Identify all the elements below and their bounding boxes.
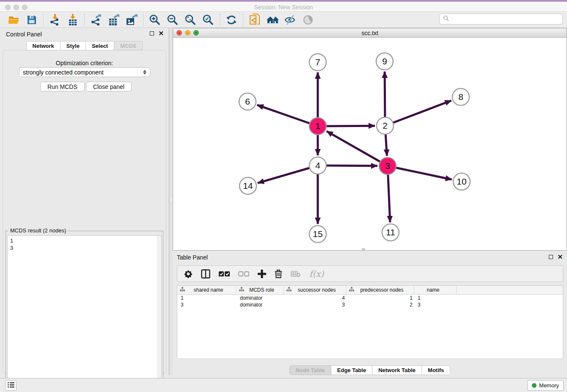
graph-edge-3-1[interactable]: [327, 131, 388, 166]
graph-node-3[interactable]: 3: [379, 157, 396, 174]
close-panel-icon[interactable]: ✕: [158, 31, 164, 36]
clone-network-icon[interactable]: [248, 13, 262, 27]
graph-node-label: 6: [245, 97, 250, 106]
graph-node-label: 2: [383, 121, 388, 130]
graph-node-10[interactable]: 10: [453, 173, 470, 190]
add-column-plus-icon[interactable]: [258, 270, 266, 278]
table-cell[interactable]: dominator: [237, 295, 284, 301]
column-header-predecessor-nodes[interactable]: predecessor nodes: [347, 286, 414, 294]
export-network-icon[interactable]: [89, 13, 103, 27]
scrollbar[interactable]: [157, 236, 161, 389]
table-cell[interactable]: 4: [284, 295, 347, 301]
save-session-icon[interactable]: [25, 13, 39, 27]
graph-edge-3-10[interactable]: [388, 166, 452, 179]
home-icon[interactable]: [265, 13, 280, 27]
graph-node-label: 8: [458, 92, 463, 102]
search-field[interactable]: [439, 14, 563, 25]
list-icon: [8, 382, 14, 389]
export-image-icon[interactable]: [124, 13, 139, 27]
apply-layout-icon[interactable]: [224, 13, 239, 27]
close-panel-button[interactable]: Close panel: [86, 82, 132, 91]
graph-node-9[interactable]: 9: [376, 53, 393, 70]
table-settings-gear-icon[interactable]: [184, 270, 193, 278]
graph-edge-4-14[interactable]: [258, 166, 318, 183]
graph-node-11[interactable]: 11: [382, 224, 399, 241]
task-history-button[interactable]: [5, 380, 17, 391]
table-cell[interactable]: 3: [177, 301, 237, 308]
tab-network[interactable]: Network: [26, 41, 61, 50]
tab-select[interactable]: Select: [86, 41, 114, 50]
delete-column-trash-icon[interactable]: [275, 269, 282, 278]
column-header-label: shared name: [185, 287, 236, 293]
column-header-label: MCDS role: [244, 287, 284, 293]
table-cell[interactable]: 1: [177, 295, 237, 301]
graph-node-6[interactable]: 6: [239, 93, 256, 110]
vertical-splitter[interactable]: [169, 28, 173, 375]
zoom-fit-icon[interactable]: [183, 13, 198, 27]
memory-label: Memory: [539, 382, 559, 389]
graph-edge-1-6[interactable]: [257, 105, 318, 126]
table-panel-title: Table Panel: [177, 254, 208, 261]
memory-button[interactable]: Memory: [527, 380, 564, 391]
deselect-all-checkboxes-icon[interactable]: [238, 271, 249, 277]
search-icon: [443, 15, 449, 23]
hide-selected-eye-icon[interactable]: [283, 13, 297, 27]
table-cell[interactable]: 1: [414, 295, 457, 301]
table-row[interactable]: 3dominator323: [177, 301, 563, 308]
split-columns-icon[interactable]: [201, 269, 210, 279]
column-header-shared-name[interactable]: shared name: [177, 286, 237, 294]
graph-node-2[interactable]: 2: [377, 117, 394, 134]
network-graph[interactable]: 7968124314101511: [173, 38, 567, 250]
open-session-icon[interactable]: [7, 13, 21, 27]
column-header-name[interactable]: name: [414, 286, 457, 294]
zoom-out-icon[interactable]: [165, 13, 180, 27]
splitter-handle[interactable]: [170, 196, 172, 203]
column-header-MCDS-role[interactable]: MCDS role: [237, 286, 284, 294]
close-table-panel-icon[interactable]: ✕: [557, 255, 563, 259]
graph-node-1[interactable]: 1: [309, 118, 326, 135]
search-input[interactable]: [451, 16, 559, 22]
import-network-icon[interactable]: [48, 13, 62, 27]
table-panel: Table Panel ✕ f(x) shared nameMCDS roles…: [173, 252, 567, 376]
table-cell[interactable]: 1: [347, 295, 414, 301]
control-panel-title: Control Panel: [6, 31, 42, 38]
float-table-panel-icon[interactable]: [549, 255, 553, 259]
float-panel-icon[interactable]: [150, 31, 154, 36]
table-cell[interactable]: 3: [284, 301, 347, 308]
status-bar: Memory: [0, 378, 567, 392]
tab-network-table[interactable]: Network Table: [372, 365, 422, 375]
delete-table-icon: [291, 271, 301, 277]
graph-node-label: 1: [315, 121, 320, 131]
tab-node-table[interactable]: Node Table: [289, 365, 331, 375]
network-window-titlebar: x − + scc.txt: [173, 28, 567, 38]
graph-node-15[interactable]: 15: [309, 226, 326, 243]
table-row[interactable]: 1dominator411: [177, 295, 563, 301]
tab-motifs[interactable]: Motifs: [422, 365, 450, 375]
mcds-result-text: 1 3: [10, 237, 13, 251]
memory-status-dot: [532, 383, 537, 388]
select-all-checkboxes-icon[interactable]: [219, 271, 230, 277]
horizontal-splitter-handle[interactable]: [362, 248, 365, 250]
table-toolbar: f(x): [177, 265, 563, 282]
graph-node-8[interactable]: 8: [452, 88, 469, 105]
graph-node-7[interactable]: 7: [309, 54, 326, 71]
optimization-criterion-label: Optimization criterion:: [3, 60, 166, 66]
graph-node-label: 4: [315, 160, 320, 170]
table-cell[interactable]: 2: [347, 301, 414, 308]
graph-node-14[interactable]: 14: [239, 177, 256, 194]
zoom-selected-icon[interactable]: [201, 13, 215, 27]
table-cell[interactable]: dominator: [237, 301, 284, 308]
run-mcds-button[interactable]: Run MCDS: [40, 82, 85, 91]
tab-mcds[interactable]: MCDS: [114, 41, 143, 50]
tab-edge-table[interactable]: Edge Table: [331, 365, 372, 375]
export-table-icon[interactable]: [107, 13, 121, 27]
import-table-icon[interactable]: [66, 13, 80, 27]
graph-node-4[interactable]: 4: [309, 157, 326, 174]
graph-edge-2-8[interactable]: [385, 101, 451, 126]
zoom-in-icon[interactable]: [148, 13, 162, 27]
table-cell[interactable]: 3: [414, 301, 457, 308]
column-header-successor-nodes[interactable]: successor nodes: [284, 286, 347, 294]
mcds-result-textarea[interactable]: 1 3: [7, 235, 162, 389]
criterion-dropdown[interactable]: strongly connected component: [19, 67, 150, 77]
tab-style[interactable]: Style: [61, 41, 86, 50]
